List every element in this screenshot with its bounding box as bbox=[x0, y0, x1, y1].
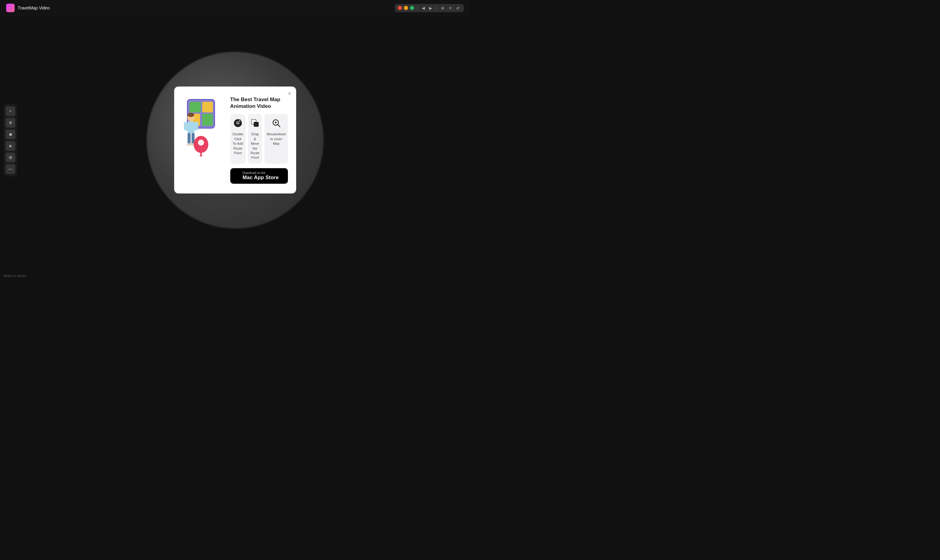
svg-rect-5 bbox=[202, 114, 213, 126]
appstore-small-text: Download on the bbox=[242, 171, 265, 175]
modal-illustration bbox=[183, 96, 225, 157]
svg-point-17 bbox=[198, 155, 204, 157]
feature-card-zoom: Mousewheel to zoom Map bbox=[264, 114, 288, 164]
modal-header-row: The Best Travel Map Animation Video bbox=[183, 96, 288, 184]
svg-line-28 bbox=[278, 125, 280, 127]
svg-rect-9 bbox=[184, 122, 188, 131]
feature-cards: Double Click To Add Route Point bbox=[230, 114, 288, 164]
feature-label-drag-move: Drag & Move the Route Point bbox=[250, 132, 259, 160]
add-pin-icon bbox=[234, 119, 242, 127]
feature-card-drag-move: Drag & Move the Route Point bbox=[248, 114, 262, 164]
modal-right-content: The Best Travel Map Animation Video bbox=[230, 96, 288, 184]
modal-close-button[interactable]: × bbox=[288, 91, 291, 96]
feature-card-add-route: Double Click To Add Route Point bbox=[230, 114, 246, 164]
svg-rect-11 bbox=[188, 133, 191, 145]
svg-rect-3 bbox=[202, 102, 213, 112]
modal-dialog: × bbox=[174, 86, 296, 194]
zoom-icon-svg bbox=[272, 119, 281, 127]
feature-label-zoom: Mousewheel to zoom Map bbox=[267, 132, 286, 146]
appstore-download-button[interactable]: Download on the Mac App Store bbox=[230, 168, 288, 184]
svg-rect-21 bbox=[237, 123, 239, 123]
svg-rect-10 bbox=[194, 122, 198, 131]
drag-move-icon bbox=[251, 119, 259, 129]
add-route-icon bbox=[234, 119, 242, 129]
drag-icon bbox=[251, 119, 259, 127]
svg-rect-2 bbox=[190, 102, 201, 112]
modal-overlay: × bbox=[0, 0, 470, 280]
svg-point-16 bbox=[198, 140, 204, 146]
svg-rect-24 bbox=[239, 121, 240, 121]
pin-illustration bbox=[192, 132, 210, 157]
svg-rect-8 bbox=[187, 121, 194, 134]
appstore-text-group: Download on the Mac App Store bbox=[242, 171, 278, 181]
svg-rect-26 bbox=[254, 122, 259, 127]
modal-title: The Best Travel Map Animation Video bbox=[230, 96, 288, 110]
appstore-large-text: Mac App Store bbox=[242, 175, 278, 181]
feature-label-add-route: Double Click To Add Route Point bbox=[233, 132, 243, 155]
svg-point-7 bbox=[188, 113, 194, 117]
zoom-icon bbox=[272, 119, 281, 129]
